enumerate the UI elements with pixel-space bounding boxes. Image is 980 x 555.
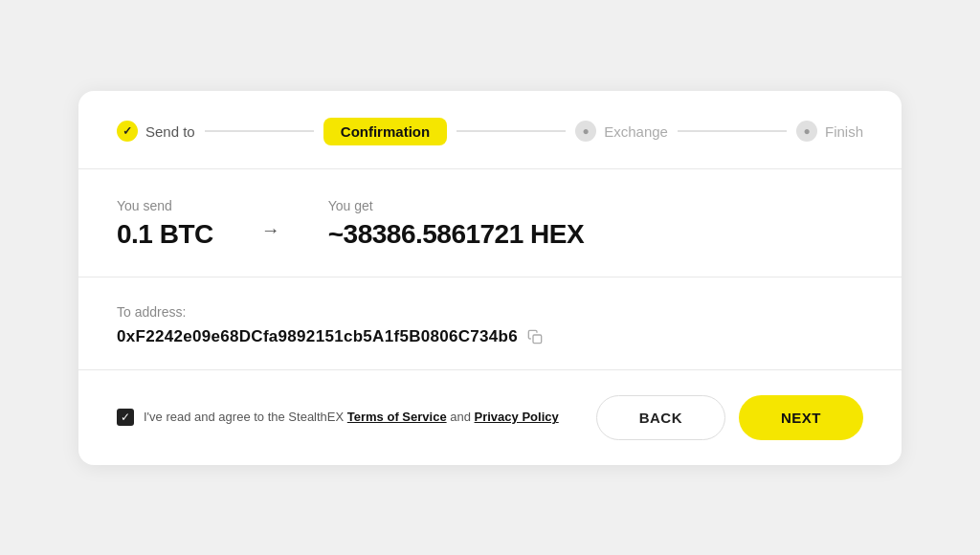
step-send-to-circle: ✓ [117,121,138,142]
step-send-to-label: Send to [145,123,195,140]
terms-of-service-link[interactable]: Terms of Service [347,410,447,424]
send-label: You send [117,198,213,213]
step-exchange-circle: ● [575,121,596,142]
address-section: To address: 0xF2242e09e68DCfa9892151cb5A… [78,278,902,370]
stepper: ✓ Send to Confirmation ● Exchange ● Fini… [78,91,902,169]
checkbox-check-icon: ✓ [121,411,130,424]
exchange-section: You send 0.1 BTC → You get ~38386.586172… [78,169,902,278]
main-card: ✓ Send to Confirmation ● Exchange ● Fini… [78,91,902,465]
terms-text-before: I've read and agree to the StealthEX [144,410,347,424]
step-finish: ● Finish [796,121,863,142]
terms-text-between: and [447,410,475,424]
connector-3 [678,130,787,132]
receive-side: You get ~38386.5861721 HEX [328,198,584,250]
send-amount: 0.1 BTC [117,219,213,250]
receive-label: You get [328,198,584,213]
address-label: To address: [117,304,863,320]
buttons-row: BACK NEXT [596,395,863,440]
address-row: 0xF2242e09e68DCfa9892151cb5A1f5B0806C734… [117,327,863,346]
step-finish-label: Finish [825,123,863,140]
receive-amount: ~38386.5861721 HEX [328,219,584,250]
back-button[interactable]: BACK [596,395,725,440]
step-confirmation: Confirmation [323,118,447,145]
terms-checkbox[interactable]: ✓ [117,409,134,426]
privacy-policy-link[interactable]: Privacy Policy [475,410,559,424]
terms-text: I've read and agree to the StealthEX Ter… [144,408,559,427]
step-finish-dot: ● [803,124,810,138]
step-finish-circle: ● [796,121,817,142]
svg-rect-0 [533,335,542,344]
next-button[interactable]: NEXT [739,395,863,440]
terms-area: ✓ I've read and agree to the StealthEX T… [117,408,559,427]
connector-1 [205,130,314,132]
step-exchange: ● Exchange [575,121,668,142]
address-value: 0xF2242e09e68DCfa9892151cb5A1f5B0806C734… [117,327,518,346]
checkmark-icon: ✓ [122,124,132,138]
step-confirmation-label: Confirmation [323,118,447,145]
footer-section: ✓ I've read and agree to the StealthEX T… [78,370,902,465]
step-send-to: ✓ Send to [117,121,195,142]
step-exchange-label: Exchange [604,123,668,140]
send-side: You send 0.1 BTC [117,198,213,250]
step-exchange-dot: ● [583,124,590,138]
copy-icon[interactable] [527,329,543,344]
connector-2 [457,130,566,132]
exchange-arrow-icon: → [261,219,280,241]
